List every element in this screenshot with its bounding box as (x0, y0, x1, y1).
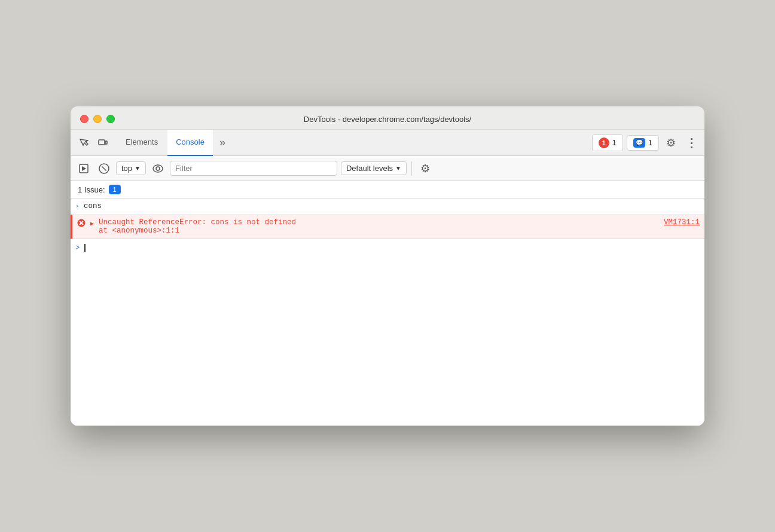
svg-rect-1 (105, 141, 107, 144)
context-label: top (121, 164, 132, 173)
more-tabs-button[interactable]: » (214, 134, 231, 151)
console-cursor (84, 244, 86, 252)
levels-label: Default levels (346, 164, 393, 173)
svg-rect-0 (99, 140, 105, 145)
traffic-lights (80, 115, 115, 123)
error-sub-text: at <anonymous>:1:1 (99, 227, 179, 235)
svg-point-6 (153, 165, 163, 172)
error-badge-label: 1 (612, 138, 617, 147)
minimize-button[interactable] (93, 115, 102, 123)
error-source-link[interactable]: VM1731:1 (664, 218, 700, 227)
console-error-entry: ▶ Uncaught ReferenceError: cons is not d… (71, 215, 704, 239)
log-levels-selector[interactable]: Default levels ▼ (341, 161, 407, 175)
issue-bar: 1 Issue: 1 (71, 181, 704, 198)
maximize-button[interactable] (106, 115, 115, 123)
expand-chevron-icon[interactable]: › (75, 203, 79, 210)
settings-icon[interactable]: ⚙ (663, 134, 679, 151)
more-options-icon[interactable]: ⋮ (683, 134, 700, 151)
svg-marker-3 (82, 166, 86, 171)
error-text-block: Uncaught ReferenceError: cons is not def… (99, 218, 700, 235)
issue-badge: 1 (109, 185, 121, 194)
tabbar: Elements Console » 1 1 💬 1 ⚙ ⋮ (71, 130, 704, 156)
message-badge-button[interactable]: 💬 1 (627, 135, 659, 151)
tab-console[interactable]: Console (167, 130, 213, 156)
message-icon: 💬 (633, 138, 645, 148)
console-prompt-icon: > (75, 244, 80, 252)
filter-input[interactable] (170, 161, 337, 176)
devtools-body: Elements Console » 1 1 💬 1 ⚙ ⋮ (71, 130, 704, 426)
svg-point-7 (156, 167, 160, 170)
toolbar-divider (411, 161, 412, 176)
console-area: › cons ▶ Uncaught ReferenceError: cons i… (71, 198, 704, 426)
eye-icon[interactable] (149, 160, 166, 177)
close-button[interactable] (80, 115, 89, 123)
console-entry-input: › cons (71, 198, 704, 215)
execute-script-icon[interactable] (75, 160, 92, 177)
devtools-window: DevTools - developer.chrome.com/tags/dev… (71, 106, 704, 426)
tabbar-tools (75, 134, 111, 151)
console-input-text: cons (84, 202, 102, 210)
error-badge-button[interactable]: 1 1 (592, 134, 623, 151)
svg-line-5 (102, 166, 106, 170)
inspect-icon[interactable] (75, 134, 92, 151)
error-main-text: Uncaught ReferenceError: cons is not def… (99, 218, 661, 227)
issue-text: 1 Issue: (78, 185, 105, 194)
tab-elements[interactable]: Elements (117, 130, 166, 156)
console-toolbar: top ▼ Default levels ▼ ⚙ (71, 156, 704, 181)
message-count-label: 1 (648, 138, 652, 147)
console-input-row[interactable]: > (71, 239, 704, 257)
tabbar-right: 1 1 💬 1 ⚙ ⋮ (592, 134, 700, 151)
clear-console-icon[interactable] (96, 160, 112, 177)
context-arrow-icon: ▼ (135, 165, 141, 172)
levels-arrow-icon: ▼ (395, 165, 401, 172)
console-settings-icon[interactable]: ⚙ (417, 160, 434, 177)
device-icon[interactable] (94, 134, 111, 151)
titlebar: DevTools - developer.chrome.com/tags/dev… (71, 106, 704, 130)
context-selector[interactable]: top ▼ (116, 161, 146, 175)
error-expand-icon[interactable]: ▶ (90, 220, 94, 227)
error-count-badge: 1 (599, 137, 609, 148)
error-icon (77, 219, 86, 230)
window-title: DevTools - developer.chrome.com/tags/dev… (304, 115, 471, 124)
